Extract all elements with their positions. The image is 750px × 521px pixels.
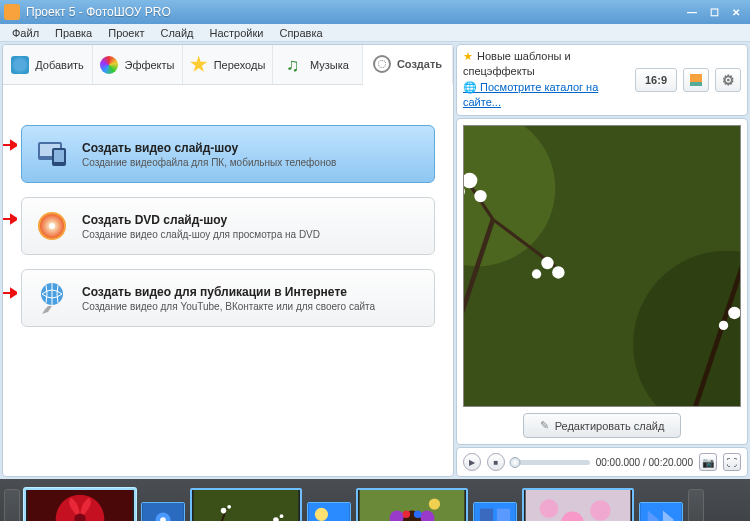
tutorial-arrow-icon [2, 213, 17, 225]
create-video-slideshow[interactable]: Создать видео слайд-шоу Создание видеофа… [21, 125, 435, 183]
option-title: Создать видео слайд-шоу [82, 141, 336, 155]
transition-thumbnail[interactable] [639, 502, 683, 521]
dvd-icon [34, 208, 70, 244]
svg-rect-9 [690, 82, 702, 86]
svg-point-59 [590, 500, 611, 521]
gear-icon: ⚙ [722, 72, 735, 88]
globe-icon [34, 280, 70, 316]
option-title: Создать DVD слайд-шоу [82, 213, 320, 227]
option-title: Создать видео для публикации в Интернете [82, 285, 375, 299]
svg-point-22 [552, 266, 564, 278]
reel-icon [373, 55, 391, 73]
pencil-icon: ✎ [540, 419, 549, 432]
info-catalog-link[interactable]: 🌐 Посмотрите каталог на сайте... [463, 80, 629, 111]
svg-point-51 [429, 498, 440, 509]
transition-thumbnail[interactable] [141, 502, 185, 521]
preview-panel: ✎Редактировать слайд [456, 118, 748, 445]
tutorial-arrow-icon [2, 287, 17, 299]
svg-point-20 [474, 189, 486, 201]
play-button[interactable]: ▶ [463, 453, 481, 471]
slide-2[interactable]: 2✎◀▶7.0 [190, 488, 302, 521]
stop-button[interactable]: ■ [487, 453, 505, 471]
playback-bar: ▶ ■ 00:00.000 / 00:20.000 📷 ⛶ [456, 447, 748, 477]
settings-button[interactable]: ⚙ [715, 68, 741, 92]
menubar: Файл Правка Проект Слайд Настройки Справ… [0, 24, 750, 42]
minimize-button[interactable]: — [682, 4, 702, 20]
create-panel: Создать видео слайд-шоу Создание видеофа… [3, 85, 453, 476]
scroll-left-button[interactable]: ◀ [4, 489, 20, 521]
svg-point-6 [49, 223, 55, 229]
tab-create[interactable]: Создать [363, 45, 453, 85]
display-mode-button[interactable] [683, 68, 709, 92]
menu-project[interactable]: Проект [100, 25, 152, 41]
info-panel: ★Новые шаблоны и спецэффекты 🌐 Посмотрит… [456, 44, 748, 116]
camera-icon [11, 56, 29, 74]
titlebar: Проект 5 - ФотоШОУ PRO — ☐ ✕ [0, 0, 750, 24]
svg-point-49 [403, 511, 410, 518]
tab-add[interactable]: Добавить [3, 45, 93, 84]
svg-point-50 [414, 511, 421, 518]
slide-thumbnail[interactable] [190, 488, 302, 521]
timeline: ◀ 1✎◀▶5.0 2.0 2✎◀▶7.0 2.0 [0, 479, 750, 521]
menu-settings[interactable]: Настройки [202, 25, 272, 41]
option-desc: Создание видео для YouTube, ВКонтакте ил… [82, 301, 375, 312]
seek-slider[interactable] [511, 460, 590, 465]
close-button[interactable]: ✕ [726, 4, 746, 20]
info-line1: ★Новые шаблоны и спецэффекты [463, 49, 629, 80]
fullscreen-button[interactable]: ⛶ [723, 453, 741, 471]
option-desc: Создание видео слайд-шоу для просмотра н… [82, 229, 320, 240]
slide-3[interactable]: 3✎◀▶7.0 [356, 488, 468, 521]
svg-point-57 [540, 499, 559, 518]
svg-point-21 [541, 256, 553, 268]
svg-point-43 [315, 508, 328, 521]
transition-2[interactable]: 2.0 [306, 502, 352, 521]
preview-image [463, 125, 741, 407]
svg-rect-42 [308, 503, 350, 521]
transition-thumbnail[interactable] [307, 502, 351, 521]
music-note-icon: ♫ [286, 56, 304, 74]
slide-4[interactable]: 4✎◀▶7.0 [522, 488, 634, 521]
tutorial-arrow-icon [2, 139, 17, 151]
app-icon [4, 4, 20, 20]
svg-rect-8 [690, 74, 702, 82]
svg-point-41 [280, 514, 284, 518]
maximize-button[interactable]: ☐ [704, 4, 724, 20]
scroll-right-button[interactable]: ▶ [688, 489, 704, 521]
svg-rect-54 [480, 509, 493, 521]
globe-icon: 🌐 [463, 81, 480, 93]
svg-point-23 [532, 269, 541, 278]
main-tabs: Добавить Эффекты Переходы ♫Музыка Создат… [3, 45, 453, 85]
transition-4[interactable]: 2.0 [638, 502, 684, 521]
slide-thumbnail[interactable] [356, 488, 468, 521]
svg-point-39 [227, 505, 231, 509]
right-panel: ★Новые шаблоны и спецэффекты 🌐 Посмотрит… [456, 44, 748, 477]
edit-slide-button[interactable]: ✎Редактировать слайд [523, 413, 682, 438]
svg-rect-55 [497, 509, 510, 521]
transition-thumbnail[interactable] [473, 502, 517, 521]
menu-help[interactable]: Справка [271, 25, 330, 41]
svg-rect-62 [640, 503, 682, 521]
slides-row: ◀ 1✎◀▶5.0 2.0 2✎◀▶7.0 2.0 [0, 479, 750, 521]
svg-rect-3 [54, 150, 64, 162]
tab-effects[interactable]: Эффекты [93, 45, 183, 84]
menu-file[interactable]: Файл [4, 25, 47, 41]
aspect-ratio-button[interactable]: 16:9 [635, 68, 677, 92]
time-display: 00:00.000 / 00:20.000 [596, 457, 693, 468]
transition-1[interactable]: 2.0 [140, 502, 186, 521]
transition-3[interactable]: 2.0 [472, 502, 518, 521]
tab-music[interactable]: ♫Музыка [273, 45, 363, 84]
slide-thumbnail[interactable] [24, 488, 136, 521]
menu-edit[interactable]: Правка [47, 25, 100, 41]
slide-thumbnail[interactable] [522, 488, 634, 521]
create-dvd-slideshow[interactable]: Создать DVD слайд-шоу Создание видео сла… [21, 197, 435, 255]
slide-1[interactable]: 1✎◀▶5.0 [24, 488, 136, 521]
create-internet-video[interactable]: Создать видео для публикации в Интернете… [21, 269, 435, 327]
svg-point-38 [221, 508, 227, 514]
tab-transitions[interactable]: Переходы [183, 45, 273, 84]
svg-point-28 [719, 320, 728, 329]
star-icon: ★ [463, 50, 473, 62]
star-icon [190, 56, 208, 74]
snapshot-button[interactable]: 📷 [699, 453, 717, 471]
left-panel: Добавить Эффекты Переходы ♫Музыка Создат… [2, 44, 454, 477]
menu-slide[interactable]: Слайд [152, 25, 201, 41]
